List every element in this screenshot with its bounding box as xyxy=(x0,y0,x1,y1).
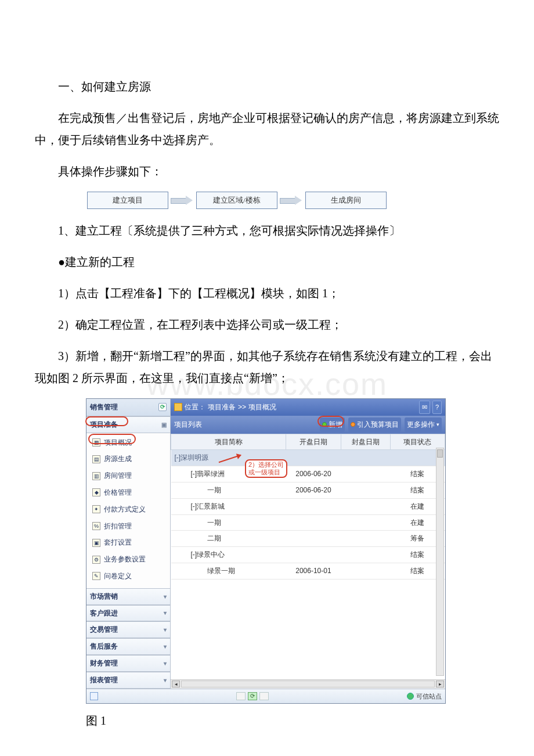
plus-icon xyxy=(322,422,327,427)
chevron-up-icon: ▣ xyxy=(161,419,167,430)
nav-section-after-sale[interactable]: 售后服务 ▾ xyxy=(86,638,170,655)
cell-name: 二期 xyxy=(171,531,286,547)
cell-name: 一期 xyxy=(171,483,286,499)
status-box-refresh-icon[interactable]: ⟳ xyxy=(248,692,257,700)
trusted-site-label: 可信站点 xyxy=(416,690,442,703)
paragraph-step1: 1、建立工程〔系统提供了三种方式，您可根据实际情况选择操作〕 xyxy=(35,219,499,242)
nav-item-print-setup[interactable]: ▣ 套打设置 xyxy=(86,534,170,551)
nav-section-label: 市场营销 xyxy=(90,590,118,603)
new-button[interactable]: 新增 xyxy=(320,417,345,432)
import-icon xyxy=(351,422,355,427)
chevron-down-icon: ▾ xyxy=(164,641,167,652)
nav-item-price-manage[interactable]: ◆ 价格管理 xyxy=(86,484,170,501)
toolbar-btn-1-icon[interactable]: ✉ xyxy=(419,401,430,414)
chevron-down-icon: ▾ xyxy=(164,658,167,669)
app-screenshot: 销售管理 ⟳ 项目准备 ▣ ▦ 项目概况 ▤ 房源生成 xyxy=(86,398,446,704)
location-prefix: 位置： xyxy=(185,401,205,414)
import-button-label: 引入预算项目 xyxy=(357,418,399,431)
table-row[interactable]: 一期 2006-06-20 结案 xyxy=(171,483,445,499)
module-icon: ✎ xyxy=(92,572,100,580)
heading-1: 一、如何建立房源 xyxy=(35,75,499,98)
breadcrumb-1[interactable]: 项目准备 xyxy=(208,401,236,414)
import-budget-button[interactable]: 引入预算项目 xyxy=(348,417,401,432)
chevron-down-icon: ▾ xyxy=(164,591,167,602)
cell-name: [-]汇景新城 xyxy=(171,498,286,514)
table-row[interactable]: 绿景一期 2006-10-01 结案 xyxy=(171,563,445,579)
nav-item-room-manage[interactable]: ▥ 房间管理 xyxy=(86,467,170,484)
figure-1-label: 图 1 xyxy=(86,710,499,732)
breadcrumb-2[interactable]: 项目概况 xyxy=(248,401,276,414)
paragraph-substep-2: 2）确定工程位置，在工程列表中选择公司或一级工程； xyxy=(35,314,499,336)
nav-item-label: 房间管理 xyxy=(104,469,132,483)
nav-section-finance[interactable]: 财务管理 ▾ xyxy=(86,655,170,672)
group-label: [-]深圳明源 xyxy=(171,450,445,466)
nav-item-survey-define[interactable]: ✎ 问卷定义 xyxy=(86,568,170,585)
nav-section-project-prepare[interactable]: 项目准备 ▣ xyxy=(86,416,170,433)
module-icon: ▣ xyxy=(92,539,100,547)
scrollbar-track[interactable] xyxy=(181,681,435,687)
module-icon: % xyxy=(92,522,100,530)
left-panel-title: 销售管理 xyxy=(90,401,118,414)
scroll-right-icon[interactable]: ▸ xyxy=(436,681,444,687)
cell-close xyxy=(341,514,390,531)
cell-open: 2006-06-20 xyxy=(286,466,341,483)
red-callout-annotation: 2）选择公司 或一级项目 xyxy=(245,459,287,478)
more-actions-button[interactable]: 更多操作 ▾ xyxy=(405,417,442,432)
chevron-down-icon: ▾ xyxy=(164,624,167,635)
scroll-left-icon[interactable]: ◂ xyxy=(172,681,180,687)
nav-section-report[interactable]: 报表管理 ▾ xyxy=(86,672,170,689)
vertical-scrollbar[interactable] xyxy=(436,448,444,676)
col-project-name[interactable]: 项目简称 xyxy=(171,434,286,450)
table-row[interactable]: 二期 筹备 xyxy=(171,531,445,547)
flow-diagram: 建立项目 建立区域/楼栋 生成房间 xyxy=(87,192,499,209)
toolbar-btn-help-icon[interactable]: ? xyxy=(432,401,442,414)
table-row[interactable]: [-]汇景新城 在建 xyxy=(171,498,445,514)
module-icon: ⚙ xyxy=(92,556,100,564)
module-icon: ◆ xyxy=(92,488,100,496)
module-icon: ▤ xyxy=(92,455,100,463)
nav-item-discount-manage[interactable]: % 折扣管理 xyxy=(86,518,170,535)
nav-item-label: 付款方式定义 xyxy=(104,503,146,516)
cell-open xyxy=(286,514,341,531)
nav-item-housing-generate[interactable]: ▤ 房源生成 xyxy=(86,451,170,467)
cell-name: 一期 xyxy=(171,514,286,531)
nav-item-project-overview[interactable]: ▦ 项目概况 xyxy=(86,434,170,451)
cell-close xyxy=(341,483,390,499)
cell-open xyxy=(286,547,341,563)
nav-item-label: 问卷定义 xyxy=(104,570,132,583)
location-bar: 位置： 项目准备 >> 项目概况 ✉ ? xyxy=(171,399,445,416)
list-header-bar: 项目列表 新增 引入预算项目 更多操作 ▾ xyxy=(171,416,445,434)
nav-section-label: 客户跟进 xyxy=(90,607,118,620)
cell-open: 2006-10-01 xyxy=(286,563,341,579)
nav-item-label: 折扣管理 xyxy=(104,520,132,533)
table-row[interactable]: [-]绿景中心 结案 xyxy=(171,547,445,563)
nav-section-label: 交易管理 xyxy=(90,623,118,636)
col-open-date[interactable]: 开盘日期 xyxy=(286,434,341,450)
nav-section-customer-follow[interactable]: 客户跟进 ▾ xyxy=(86,605,170,622)
nav-item-label: 房源生成 xyxy=(104,452,132,466)
status-box-icon xyxy=(259,692,269,700)
cell-close xyxy=(341,466,390,483)
module-icon: ▥ xyxy=(92,472,100,480)
status-box-icon xyxy=(236,692,246,700)
paragraph-bullet-new-project: ●建立新的工程 xyxy=(35,251,499,273)
flow-arrow-icon xyxy=(280,196,303,204)
scrollbar-thumb[interactable] xyxy=(437,449,443,458)
col-close-date[interactable]: 封盘日期 xyxy=(341,434,390,450)
nav-item-payment-define[interactable]: ✦ 付款方式定义 xyxy=(86,501,170,518)
nav-item-business-param[interactable]: ⚙ 业务参数设置 xyxy=(86,551,170,568)
cell-open: 2006-06-20 xyxy=(286,483,341,499)
list-title: 项目列表 xyxy=(174,418,202,431)
cell-open xyxy=(286,531,341,547)
refresh-icon[interactable]: ⟳ xyxy=(158,403,167,411)
table-group-row[interactable]: [-]深圳明源 xyxy=(171,450,445,466)
nav-section-label: 售后服务 xyxy=(90,640,118,653)
paragraph-intro: 在完成预售／出售登记后，房地产企业可根据登记确认的房产信息，将房源建立到系统中，… xyxy=(35,107,499,151)
nav-section-marketing[interactable]: 市场营销 ▾ xyxy=(86,588,170,605)
table-row[interactable]: [-]翡翠绿洲 2006-06-20 结案 xyxy=(171,466,445,483)
nav-section-trade-manage[interactable]: 交易管理 ▾ xyxy=(86,621,170,638)
chevron-down-icon: ▾ xyxy=(164,675,167,686)
table-row[interactable]: 一期 在建 xyxy=(171,514,445,531)
horizontal-scrollbar[interactable]: ◂ ▸ xyxy=(171,679,445,689)
more-button-label: 更多操作 xyxy=(407,418,435,431)
